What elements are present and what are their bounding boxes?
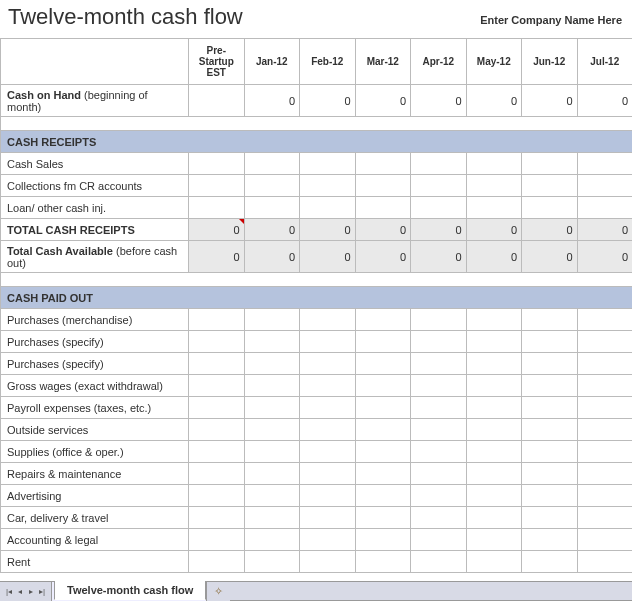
cell[interactable] xyxy=(522,485,578,507)
row-label[interactable]: Purchases (specify) xyxy=(1,353,189,375)
row-label[interactable]: Cash on Hand (beginning of month) xyxy=(1,85,189,117)
cell[interactable] xyxy=(300,529,356,551)
cell[interactable] xyxy=(522,375,578,397)
cell[interactable]: 0 xyxy=(466,219,522,241)
cell[interactable] xyxy=(300,419,356,441)
col-header[interactable]: Mar-12 xyxy=(355,39,411,85)
cell[interactable] xyxy=(189,397,245,419)
cell[interactable] xyxy=(355,153,411,175)
cell[interactable] xyxy=(522,309,578,331)
cell[interactable] xyxy=(355,309,411,331)
cell[interactable] xyxy=(466,153,522,175)
cell[interactable] xyxy=(244,331,300,353)
cell[interactable] xyxy=(466,397,522,419)
cell[interactable] xyxy=(522,419,578,441)
cell[interactable] xyxy=(577,331,632,353)
col-header[interactable]: Feb-12 xyxy=(300,39,356,85)
cell[interactable] xyxy=(189,485,245,507)
cell[interactable] xyxy=(189,175,245,197)
cell[interactable] xyxy=(355,197,411,219)
cell[interactable] xyxy=(189,85,245,117)
row-label[interactable]: Collections fm CR accounts xyxy=(1,175,189,197)
row-label[interactable]: Advertising xyxy=(1,485,189,507)
cell[interactable] xyxy=(189,419,245,441)
row-label[interactable]: Supplies (office & oper.) xyxy=(1,441,189,463)
cell[interactable] xyxy=(244,485,300,507)
row-label[interactable]: Repairs & maintenance xyxy=(1,463,189,485)
cell[interactable] xyxy=(244,175,300,197)
cell[interactable] xyxy=(466,375,522,397)
cell[interactable] xyxy=(466,441,522,463)
cell[interactable]: 0 xyxy=(466,241,522,273)
cell[interactable] xyxy=(411,353,467,375)
cell[interactable] xyxy=(189,529,245,551)
cell[interactable]: 0 xyxy=(522,85,578,117)
cell[interactable] xyxy=(577,197,632,219)
cell[interactable] xyxy=(411,331,467,353)
cell[interactable] xyxy=(411,507,467,529)
cell[interactable] xyxy=(300,463,356,485)
row-label[interactable]: Cash Sales xyxy=(1,153,189,175)
cell[interactable] xyxy=(466,309,522,331)
cell[interactable] xyxy=(466,485,522,507)
cell[interactable] xyxy=(355,397,411,419)
row-label[interactable]: Outside services xyxy=(1,419,189,441)
cell[interactable] xyxy=(189,551,245,573)
col-header[interactable]: Jun-12 xyxy=(522,39,578,85)
cell[interactable] xyxy=(466,197,522,219)
col-header[interactable]: Apr-12 xyxy=(411,39,467,85)
cell[interactable] xyxy=(244,353,300,375)
cell[interactable] xyxy=(189,197,245,219)
sheet-tab[interactable]: Twelve-month cash flow xyxy=(54,581,206,600)
cell[interactable] xyxy=(411,485,467,507)
row-label[interactable]: Car, delivery & travel xyxy=(1,507,189,529)
cell[interactable] xyxy=(244,197,300,219)
cell[interactable] xyxy=(244,375,300,397)
cell[interactable] xyxy=(411,397,467,419)
cell[interactable] xyxy=(189,375,245,397)
cell[interactable]: 0 xyxy=(300,219,356,241)
cell[interactable] xyxy=(522,175,578,197)
cell[interactable] xyxy=(355,419,411,441)
row-label[interactable]: Total Cash Available (before cash out) xyxy=(1,241,189,273)
cell[interactable] xyxy=(466,507,522,529)
cell[interactable] xyxy=(300,441,356,463)
cell[interactable] xyxy=(522,463,578,485)
cell[interactable] xyxy=(355,441,411,463)
cell[interactable] xyxy=(189,153,245,175)
cell[interactable] xyxy=(466,529,522,551)
col-header[interactable]: Jan-12 xyxy=(244,39,300,85)
cell[interactable] xyxy=(411,551,467,573)
cell[interactable] xyxy=(466,331,522,353)
cell[interactable] xyxy=(244,397,300,419)
cell[interactable]: 0 xyxy=(577,241,632,273)
cell[interactable] xyxy=(300,197,356,219)
cell[interactable] xyxy=(577,507,632,529)
cell[interactable] xyxy=(466,463,522,485)
cell[interactable] xyxy=(522,153,578,175)
col-header[interactable]: May-12 xyxy=(466,39,522,85)
row-label[interactable]: Accounting & legal xyxy=(1,529,189,551)
cell[interactable] xyxy=(577,309,632,331)
cell[interactable] xyxy=(189,463,245,485)
nav-first-icon[interactable]: |◂ xyxy=(4,585,14,599)
cell[interactable] xyxy=(189,309,245,331)
cell[interactable] xyxy=(300,375,356,397)
cell[interactable] xyxy=(466,353,522,375)
cell[interactable] xyxy=(522,331,578,353)
cell[interactable] xyxy=(577,353,632,375)
cell[interactable] xyxy=(522,353,578,375)
cell[interactable]: 0 xyxy=(244,85,300,117)
row-label[interactable]: Loan/ other cash inj. xyxy=(1,197,189,219)
cell[interactable] xyxy=(466,551,522,573)
cell[interactable] xyxy=(300,507,356,529)
cell[interactable] xyxy=(189,353,245,375)
cell[interactable] xyxy=(577,419,632,441)
cell[interactable]: 0 xyxy=(411,241,467,273)
cell[interactable] xyxy=(411,175,467,197)
cell[interactable]: 0 xyxy=(411,85,467,117)
cell[interactable] xyxy=(411,375,467,397)
cell[interactable] xyxy=(244,309,300,331)
cell[interactable]: 0 xyxy=(244,241,300,273)
cell[interactable] xyxy=(522,551,578,573)
